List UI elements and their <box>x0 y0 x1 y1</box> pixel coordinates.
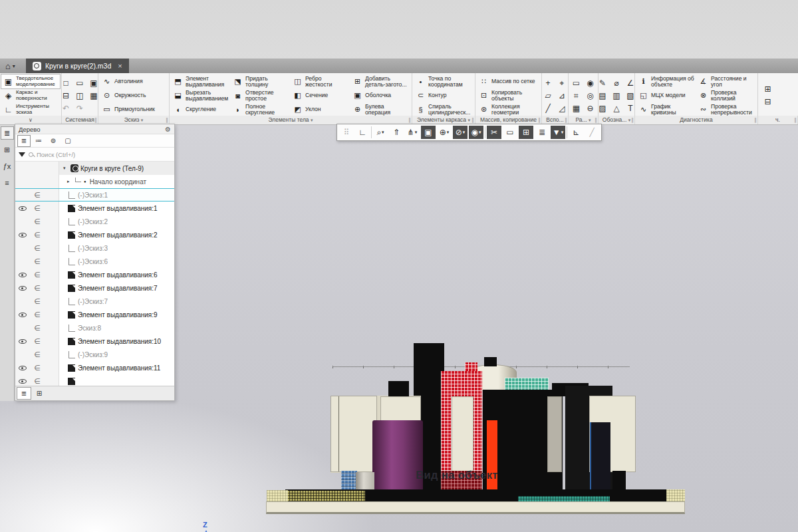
visibility-eye-icon[interactable] <box>15 201 30 215</box>
visibility-eye-icon[interactable] <box>15 281 30 295</box>
aux-axis-icon[interactable]: + <box>543 78 554 89</box>
strip-parameters-icon[interactable]: ⊞ <box>1 144 13 156</box>
tree-item-root[interactable]: ∈ ▾ ● Круги в круге (Тел-9) <box>15 162 174 175</box>
tree-item-sketch-6[interactable]: ∈ ● (-)Эскиз:6 <box>15 255 174 268</box>
dims-hand-icon[interactable]: ⊖ <box>585 103 596 114</box>
circle-button[interactable]: ⊙ Окружность <box>100 88 167 102</box>
caret-down-icon[interactable]: ▾ <box>415 130 418 135</box>
expand-arrow-icon[interactable]: ▸ <box>67 179 74 184</box>
tree-search-bar[interactable]: Поиск (Ctrl+/) <box>15 148 174 162</box>
save-as-icon[interactable]: ▦ <box>88 90 99 102</box>
visibility-eye-icon[interactable] <box>15 295 30 308</box>
tree-frame-button[interactable]: ▢ <box>62 136 74 146</box>
notation-pencil-icon[interactable]: ✎ <box>598 78 608 89</box>
viewport-toolbar-button[interactable]: ▾ <box>371 126 372 138</box>
viewport-toolbar-button[interactable]: ▾ <box>567 126 567 138</box>
search-input[interactable]: Поиск (Ctrl+/) <box>37 151 75 158</box>
mode-solid-modeling[interactable]: ▣ Твердотельное моделирование <box>1 74 60 88</box>
tree-item-sketch-1[interactable]: ∈ ● (-)Эскиз:1 <box>15 188 174 201</box>
tree-item-sketch-7[interactable]: ∈ ● (-)Эскиз:7 <box>15 295 174 308</box>
strip-list-icon[interactable]: ≡ <box>1 177 13 189</box>
tree-item-extrude-7[interactable]: ∈ ● Элемент выдавливания:7 <box>15 281 174 295</box>
filter-funnel-button[interactable]: ▼ ▾ <box>551 126 565 139</box>
toolbar-grip-handle[interactable]: ⠿ ▾ <box>339 126 354 139</box>
caret-down-icon[interactable]: ▾ <box>561 130 564 135</box>
caret-down-icon[interactable]: ▾ <box>479 130 481 135</box>
add-part-blank-button[interactable]: ⊞ Добавить деталь-загото... <box>350 74 410 88</box>
fillet-button[interactable]: ◖ Скругление <box>171 102 231 116</box>
visibility-eye-icon[interactable] <box>15 162 30 175</box>
components-button[interactable]: ⊞ ▾ <box>519 126 533 139</box>
shell-button[interactable]: ▣ Оболочка <box>350 88 410 102</box>
copy-objects-button[interactable]: ⊡ Копировать объекты <box>477 88 539 102</box>
tab-close-icon[interactable]: × <box>118 62 122 70</box>
tree-item-extrude-9[interactable]: ∈ ● Элемент выдавливания:9 <box>15 308 174 321</box>
extrude-element-button[interactable]: ⬒ Элемент выдавливания <box>171 74 231 88</box>
clip-view-camera-button[interactable]: ◉ ▾ <box>469 126 483 139</box>
group-caret-icon[interactable]: ▾ <box>589 118 591 122</box>
draft-button[interactable]: ◩ Уклон <box>291 102 350 116</box>
caret-down-icon[interactable]: ▾ <box>463 130 466 135</box>
sketch-plane-button[interactable]: ∟ ▾ <box>355 126 370 139</box>
display-mode-cube-button[interactable]: ▣ ▾ <box>421 126 436 139</box>
panel-tab-tree[interactable]: ≣ <box>17 388 31 399</box>
visibility-eye-icon[interactable] <box>15 189 30 201</box>
aux-local-cs-icon[interactable]: ⊿ <box>557 90 568 102</box>
rib-button[interactable]: ◫ Ребро жесткости <box>291 74 350 88</box>
mode-sketch-tools[interactable]: ∟ Инструменты эскиза <box>1 102 60 116</box>
document-tab[interactable]: Круги в круге(2).m3d × <box>26 59 129 73</box>
section-scissors-button[interactable]: ✂ ▾ <box>487 126 501 139</box>
frame-window-button[interactable]: ▭ ▾ <box>503 126 517 139</box>
aux-plane-icon[interactable]: ▱ <box>543 90 554 102</box>
dims-pattern-icon[interactable]: ▦ <box>571 103 582 114</box>
collision-check-button[interactable]: ⊗ Проверка коллизий <box>696 88 756 102</box>
notation-angle-icon[interactable]: ∠ <box>625 78 636 89</box>
visibility-eye-icon[interactable] <box>15 241 30 255</box>
visibility-eye-icon[interactable] <box>15 321 30 334</box>
grid-array-button[interactable]: ∷ Массив по сетке <box>477 74 539 88</box>
redo-icon[interactable]: ↷ <box>74 103 86 114</box>
group-caret-icon[interactable]: ▾ <box>628 118 631 122</box>
visibility-eye-icon[interactable] <box>15 374 30 386</box>
visibility-eye-icon[interactable] <box>15 348 30 361</box>
object-info-button[interactable]: ℹ Информация об объекте <box>636 74 696 88</box>
tree-item-extrude-6[interactable]: ∈ ● Элемент выдавливания:6 <box>15 268 174 281</box>
caret-down-icon[interactable]: ▾ <box>382 130 384 135</box>
measure-button[interactable]: ⊾ ▾ <box>569 126 583 139</box>
gear-icon[interactable]: ⚙ <box>165 126 171 133</box>
home-caret-icon[interactable]: ▾ <box>13 63 15 69</box>
new-document-icon[interactable]: □ <box>62 78 72 89</box>
mode-wireframe-surfaces[interactable]: ◈ Каркас и поверхности <box>1 88 60 102</box>
visibility-eye-icon[interactable] <box>15 361 30 374</box>
visibility-eye-icon[interactable] <box>15 308 30 321</box>
autoline-button[interactable]: ∿ Автолиния <box>100 74 167 88</box>
tree-item-sketch-9[interactable]: ∈ ● (-)Эскиз:9 <box>15 348 174 361</box>
visibility-eye-icon[interactable] <box>15 334 30 348</box>
fit-view-button[interactable]: ⇑ ▾ <box>389 126 404 139</box>
tree-item-partial[interactable]: ∈ ● <box>15 374 174 386</box>
strip-tree-icon[interactable]: ≣ <box>1 127 13 139</box>
orientation-button[interactable]: ⋔ ▾ <box>405 126 420 139</box>
point-by-coordinates-button[interactable]: • Точка по координатам <box>414 74 473 88</box>
strip-variables-icon[interactable]: ƒx <box>1 160 13 172</box>
group-label-diagnostics[interactable]: Диагностика ▾ ∥ <box>635 116 758 124</box>
visibility-eye-icon[interactable] <box>15 215 30 228</box>
pipette-button[interactable]: ╱ ▾ <box>585 126 599 139</box>
expand-arrow-icon[interactable]: ▾ <box>63 166 70 171</box>
group-caret-icon[interactable]: ▾ <box>141 118 144 122</box>
continuity-check-button[interactable]: ∾ Проверка непрерывности <box>696 102 756 116</box>
tree-item-extrude-11[interactable]: ∈ ● Элемент выдавливания:11 <box>15 361 174 374</box>
notation-stamp3-icon[interactable]: ▨ <box>598 103 608 114</box>
zoom-button[interactable]: ⌕ ▾ <box>373 126 388 139</box>
layers-button[interactable]: ≣ ▾ <box>535 126 549 139</box>
tree-item-origin[interactable]: ∈ ▸ ● Начало координат <box>15 175 174 188</box>
visibility-eye-icon[interactable] <box>15 228 30 241</box>
print-icon[interactable]: ⊟ <box>62 90 72 102</box>
geometry-collection-button[interactable]: ⊛ Коллекция геометрии <box>477 102 539 116</box>
hide-objects-eye-button[interactable]: ⊘ ▾ <box>453 126 467 139</box>
group-caret-icon[interactable]: ▾ <box>311 118 313 122</box>
tree-item-sketch-8[interactable]: ∈ ● Эскиз:8 <box>15 321 174 334</box>
visibility-eye-icon[interactable] <box>15 268 30 281</box>
section-button[interactable]: ◧ Сечение <box>291 88 350 102</box>
dims-diameter-icon[interactable]: ◎ <box>585 90 596 102</box>
